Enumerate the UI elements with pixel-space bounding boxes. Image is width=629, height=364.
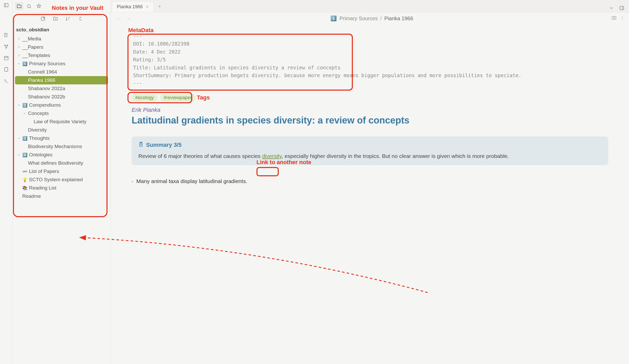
tree-item[interactable]: Biodiversity Mechanisms (15, 142, 108, 151)
tree-item-label: Biodiversity Mechanisms (28, 144, 82, 149)
new-tab-button[interactable]: + (155, 1, 165, 12)
files-tab-icon[interactable] (15, 2, 23, 10)
svg-point-17 (622, 16, 623, 17)
tree-item[interactable]: Shabanov 2022b (15, 93, 108, 101)
chevron-icon (17, 45, 21, 49)
tree-item[interactable]: Concepts (15, 109, 108, 118)
tree-item-label: Shabanov 2022a (28, 86, 65, 91)
nav-back-icon[interactable]: ← (115, 16, 122, 21)
chevron-icon (17, 54, 21, 57)
tree-item[interactable]: Diversity (15, 126, 108, 134)
tree-item[interactable]: 📚Reading List (15, 184, 108, 192)
folder-emoji: 💡 (22, 177, 27, 182)
tree-item-label: SCTO System explained (29, 177, 83, 183)
more-options-icon[interactable] (620, 15, 625, 21)
breadcrumb: 1️⃣ Primary Sources / Pianka 1966 (135, 15, 609, 21)
chevron-icon (17, 136, 21, 140)
tab-active[interactable]: Pianka 1966 × (112, 1, 154, 12)
svg-rect-11 (5, 68, 8, 71)
folder-emoji: 1️⃣ (22, 61, 27, 66)
tree-item[interactable]: Connell 1964 (15, 68, 108, 76)
tab-title: Pianka 1966 (117, 4, 143, 10)
tree-item-label: Primary Sources (29, 61, 65, 67)
chevron-icon (17, 37, 21, 41)
tags-row: #ecology#reviewpaper (132, 94, 608, 101)
tree-item-label: Pianka 1966 (28, 77, 55, 83)
chevron-icon (17, 103, 21, 107)
tree-item[interactable]: __Templates (15, 51, 108, 60)
svg-rect-10 (5, 68, 8, 71)
meta-sep-end: --- (133, 79, 607, 87)
meta-title: Latitudinal gradients in species diversi… (154, 65, 341, 70)
tree-item[interactable]: Shabanov 2022a (15, 84, 108, 93)
summary-text: Review of 6 major theories of what cause… (138, 152, 602, 160)
folder-emoji: 👓 (22, 169, 27, 174)
svg-line-13 (30, 7, 31, 8)
bookmarks-tab-icon[interactable] (35, 2, 43, 10)
folder-emoji: 2️⃣ (22, 103, 27, 108)
vault-name: scto_obsidian (12, 25, 111, 34)
tree-item-label: __Media (22, 36, 41, 42)
breadcrumb-folder[interactable]: Primary Sources (339, 16, 378, 21)
chevron-icon (17, 153, 21, 157)
nav-forward-icon[interactable]: → (125, 16, 132, 21)
file-tree: __Media__Papers__Templates1️⃣Primary Sou… (12, 34, 111, 364)
new-note-icon[interactable] (39, 15, 47, 22)
tree-item-label: Concepts (28, 111, 49, 116)
tree-item[interactable]: Readme (15, 192, 108, 200)
tag-pill[interactable]: #ecology (132, 94, 158, 101)
quick-switcher-icon[interactable] (2, 31, 10, 39)
tree-item[interactable]: 👓List of Papers (15, 167, 108, 176)
tree-item[interactable]: 4️⃣Ontologies (15, 151, 108, 159)
meta-date: 4 Dec 2022 (151, 49, 181, 55)
svg-point-18 (622, 18, 623, 18)
right-panel-toggle-icon[interactable] (618, 4, 626, 12)
tree-item-label: Shabanov 2022b (28, 94, 65, 100)
tab-bar: Pianka 1966 × + (111, 0, 629, 12)
svg-point-3 (4, 45, 5, 46)
summary-callout: Summary 3/5 Review of 6 major theories o… (132, 136, 608, 165)
tree-item-label: List of Papers (29, 169, 59, 174)
meta-sep: --- (133, 32, 607, 40)
breadcrumb-sep: / (380, 16, 382, 21)
collapse-icon[interactable] (77, 15, 84, 22)
tree-item[interactable]: __Papers (15, 43, 108, 51)
tree-item[interactable]: Pianka 1966 (15, 76, 108, 84)
breadcrumb-current[interactable]: Pianka 1966 (384, 16, 413, 21)
tree-item[interactable]: 1️⃣Primary Sources (15, 60, 108, 68)
file-explorer-panel: scto_obsidian __Media__Papers__Templates… (12, 0, 111, 364)
left-panel-toggle-icon[interactable] (2, 1, 10, 9)
tree-item[interactable]: __Media (15, 35, 108, 43)
graph-icon[interactable] (2, 42, 10, 51)
command-icon[interactable] (2, 77, 10, 85)
tree-item[interactable]: Law of Requisite Variety (15, 118, 108, 126)
breadcrumb-emoji: 1️⃣ (330, 15, 337, 21)
note-link-diversity[interactable]: diversity (262, 153, 281, 159)
template-icon[interactable] (2, 65, 10, 74)
tree-item[interactable]: What defines Biodiversity (15, 159, 108, 167)
svg-point-4 (7, 45, 8, 46)
metadata-block[interactable]: --- DOI: 10.1086/282398 Date: 4 Dec 2022… (132, 30, 608, 90)
tree-item[interactable]: 💡SCTO System explained (15, 176, 108, 184)
note-content: --- DOI: 10.1086/282398 Date: 4 Dec 2022… (111, 24, 629, 364)
meta-summary: Primary production begets diversity. bec… (175, 72, 521, 78)
reading-view-icon[interactable] (611, 15, 617, 21)
tag-pill[interactable]: #reviewpaper (160, 94, 195, 101)
tree-item-label: Law of Requisite Variety (34, 119, 86, 125)
bullet-text: Many animal taxa display latitudinal gra… (136, 178, 247, 184)
bullet-icon: • (132, 179, 133, 185)
tab-dropdown-icon[interactable] (607, 4, 616, 12)
tree-item-label: Connell 1964 (28, 69, 57, 75)
search-tab-icon[interactable] (25, 2, 33, 10)
tree-item[interactable]: 2️⃣Compendiums (15, 101, 108, 109)
calendar-icon[interactable] (2, 54, 10, 62)
summary-heading: Summary 3/5 (146, 142, 182, 148)
sort-icon[interactable] (64, 15, 72, 22)
tab-close-icon[interactable]: × (146, 4, 149, 10)
svg-rect-0 (4, 3, 8, 7)
new-folder-icon[interactable] (52, 15, 59, 22)
svg-rect-6 (4, 56, 8, 60)
ribbon-left (0, 0, 12, 364)
document-title: Latitudinal gradients in species diversi… (132, 114, 608, 126)
tree-item[interactable]: 3️⃣Thoughts (15, 134, 108, 142)
